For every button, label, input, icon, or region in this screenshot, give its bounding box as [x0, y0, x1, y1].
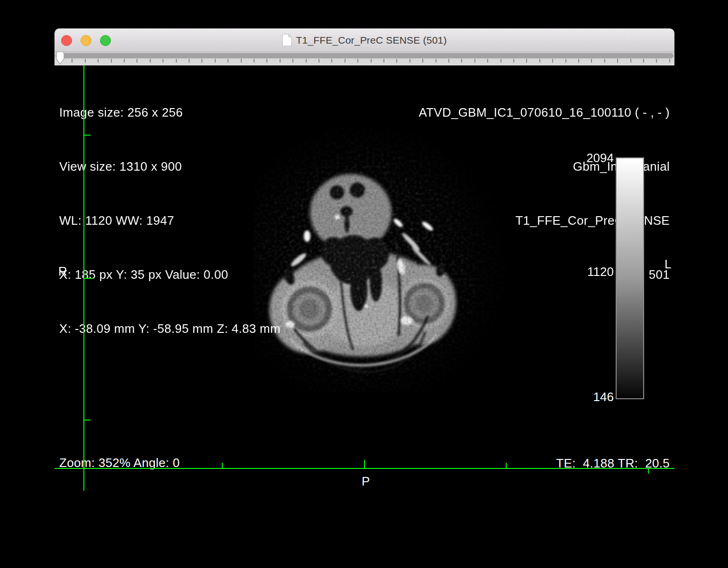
window-title: T1_FFE_Cor_PreC SENSE (501) [296, 35, 446, 46]
clut-colorbar [616, 157, 644, 399]
series-slider-bar [55, 52, 674, 65]
te-tr-text: TE: 4.188 TR: 20.5 [551, 454, 670, 472]
ruler-tick [506, 463, 507, 468]
view-size-text: View size: 1310 x 900 [59, 157, 281, 175]
ruler-tick [84, 420, 91, 421]
dicom-viewport[interactable]: Image size: 256 x 256 View size: 1310 x … [55, 65, 674, 492]
traffic-lights [61, 28, 111, 52]
ruler-tick [364, 460, 365, 468]
minimize-button[interactable] [81, 35, 91, 46]
horizontal-ruler-line [55, 468, 674, 469]
window-level-text: WL: 1120 WW: 1947 [59, 211, 281, 229]
close-button[interactable] [61, 35, 72, 46]
ruler-tick [222, 463, 223, 468]
overlay-bottom-left: Zoom: 352% Angle: 0 Im: 1/48 S (S -> I) … [59, 419, 290, 492]
image-size-text: Image size: 256 x 256 [59, 103, 281, 121]
zoom-button[interactable] [100, 35, 111, 46]
titlebar[interactable]: T1_FFE_Cor_PreC SENSE (501) [55, 28, 674, 52]
colorbar-mid-label: 1120 [557, 265, 614, 279]
colorbar-min-label: 146 [557, 390, 614, 404]
series-slider-thumb[interactable] [55, 51, 65, 65]
orientation-label-posterior: P [362, 472, 370, 490]
cursor-mm-text: X: -38.09 mm Y: -58.95 mm Z: 4.83 mm [59, 320, 281, 338]
ruler-tick [84, 135, 91, 136]
orientation-label-right: R [58, 262, 67, 280]
ruler-tick [648, 469, 649, 474]
screen: T1_FFE_Cor_PreC SENSE (501) [0, 0, 728, 568]
orientation-label-left: L [664, 255, 672, 273]
colorbar-max-label: 2094 [557, 151, 614, 165]
ruler-tick [84, 278, 94, 279]
overlay-bottom-right: TE: 4.188 TR: 20.5 FS: 3 10/1/10, 11:19:… [551, 418, 670, 492]
slider-tick-ruler [59, 59, 673, 63]
cursor-pixel-text: X: 185 px Y: 35 px Value: 0.00 [59, 266, 281, 284]
study-id-text: ATVD_GBM_IC1_070610_16_100110 ( - , - ) [419, 103, 670, 121]
viewer-window: T1_FFE_Cor_PreC SENSE (501) [55, 28, 674, 492]
series-slider-track[interactable] [55, 53, 673, 58]
document-icon [282, 34, 292, 46]
zoom-angle-text: Zoom: 352% Angle: 0 [59, 454, 290, 472]
overlay-top-left: Image size: 256 x 256 View size: 1310 x … [59, 67, 281, 374]
